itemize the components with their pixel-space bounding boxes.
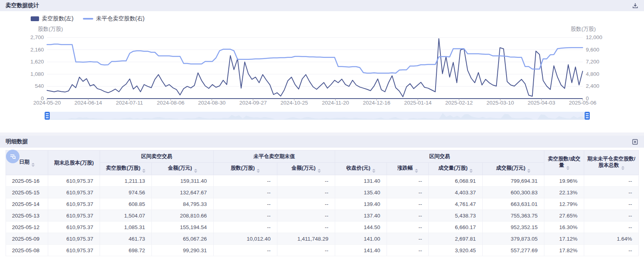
sort-caret-icon bbox=[372, 169, 375, 173]
column-header[interactable]: 收盘价(元) bbox=[335, 163, 387, 175]
sort-caret-icon bbox=[621, 166, 624, 170]
datazoom-slider[interactable] bbox=[46, 112, 588, 120]
datazoom-handle-left[interactable] bbox=[45, 112, 50, 120]
legend-swatch-square bbox=[31, 16, 39, 21]
table-cell: -- bbox=[387, 175, 429, 187]
table-cell: 974.56 bbox=[100, 187, 152, 198]
column-header[interactable]: 成交量(万股) bbox=[429, 163, 483, 175]
column-header[interactable]: 股数(万股) bbox=[214, 163, 277, 175]
sort-caret-icon bbox=[415, 169, 418, 173]
column-header[interactable]: 涨跌幅 bbox=[387, 163, 429, 175]
x-axis-tick: 2024-09-27 bbox=[232, 100, 274, 106]
datazoom-handle-right[interactable] bbox=[585, 112, 590, 120]
detail-table: 日期期末总股本(万股)区间卖空交易未平仓卖空期末值区间交易卖空股数/成交量期末未… bbox=[6, 150, 639, 256]
cell-date: 2025-05-14 bbox=[6, 198, 48, 210]
table-cell: -- bbox=[277, 198, 335, 210]
cell-date: 2025-05-15 bbox=[6, 187, 48, 198]
table-cell: -- bbox=[214, 175, 277, 187]
table-cell: -- bbox=[584, 210, 639, 221]
chart-region: 卖空股数(左) 未平仓卖空股数(右) 股数(万股) 股数(万股) 05401,0… bbox=[0, 11, 644, 132]
table-cell: 10,012.40 bbox=[214, 233, 277, 245]
table-cell: -- bbox=[584, 245, 639, 256]
table-cell: -- bbox=[214, 187, 277, 198]
cell-date: 2025-05-13 bbox=[6, 210, 48, 221]
legend-label: 卖空股数(左) bbox=[42, 15, 73, 22]
x-axis-tick: 2024-11-20 bbox=[315, 100, 356, 106]
table-cell: -- bbox=[584, 187, 639, 198]
table-cell: 698.72 bbox=[100, 245, 152, 256]
right-axis-tick: 9,600 bbox=[586, 47, 614, 53]
legend-item-open-short-shares[interactable]: 未平仓卖空股数(右) bbox=[83, 15, 144, 22]
download-icon[interactable] bbox=[632, 2, 638, 9]
table-cell: 379,873.05 bbox=[483, 233, 544, 245]
column-group-header: 未平仓卖空期末值 bbox=[214, 150, 335, 163]
short-selling-stats-panel: 卖空数据统计 卖空股数(左) 未平仓卖空股数(右) 股数(万股) 股数(万股) … bbox=[0, 0, 644, 132]
chart-panel-title: 卖空数据统计 bbox=[6, 2, 39, 9]
table-cell: 139.40 bbox=[335, 198, 387, 210]
column-header[interactable]: 卖空股数(万股) bbox=[100, 163, 152, 175]
table-cell: 131.40 bbox=[335, 175, 387, 187]
legend-item-short-shares[interactable]: 卖空股数(左) bbox=[31, 15, 73, 22]
left-axis-tick: 1,620 bbox=[0, 59, 44, 65]
right-axis-title: 股数(万股) bbox=[571, 26, 596, 33]
right-axis-tick: 4,800 bbox=[586, 71, 614, 77]
column-header[interactable]: 金额(万元) bbox=[277, 163, 335, 175]
x-axis-tick: 2025-03-10 bbox=[479, 100, 521, 106]
legend-swatch-line bbox=[83, 18, 93, 20]
column-header[interactable]: 成交额(万元) bbox=[483, 163, 544, 175]
left-axis-tick: 2,700 bbox=[0, 34, 44, 41]
table-cell: 84,795.33 bbox=[152, 198, 214, 210]
column-header[interactable]: 期末未平仓卖空股数/股本总数 bbox=[584, 150, 639, 175]
sort-caret-icon bbox=[318, 169, 321, 173]
right-axis-tick: 12,000 bbox=[586, 34, 614, 41]
export-excel-icon[interactable] bbox=[632, 138, 638, 145]
x-axis-tick: 2024-05-20 bbox=[26, 100, 68, 106]
table-cell: 1.64% bbox=[584, 233, 639, 245]
x-axis-tick: 2024-10-25 bbox=[273, 100, 315, 106]
table-cell: -- bbox=[277, 175, 335, 187]
detail-table-wrap: 日期期末总股本(万股)区间卖空交易未平仓卖空期末值区间交易卖空股数/成交量期末未… bbox=[0, 148, 644, 256]
right-axis-tick: 7,200 bbox=[586, 59, 614, 65]
table-cell: 141.00 bbox=[335, 233, 387, 245]
table-row[interactable]: 2025-05-14610,975.37608.8584,795.33----1… bbox=[6, 198, 639, 210]
table-cell: 3,920.45 bbox=[429, 245, 483, 256]
table-row[interactable]: 2025-05-16610,975.371,211.13159,311.40--… bbox=[6, 175, 639, 187]
table-row[interactable]: 2025-05-13610,975.371,504.07208,810.66--… bbox=[6, 210, 639, 221]
table-search-badge[interactable] bbox=[6, 150, 20, 163]
sort-caret-icon bbox=[194, 169, 197, 173]
left-axis-tick: 1,080 bbox=[0, 71, 44, 77]
sort-caret-icon bbox=[566, 166, 569, 170]
table-cell: 4,403.37 bbox=[429, 187, 483, 198]
table-cell: 610,975.37 bbox=[48, 198, 100, 210]
table-cell: -- bbox=[387, 187, 429, 198]
table-cell: 610,975.37 bbox=[48, 187, 100, 198]
table-cell: 608.85 bbox=[100, 198, 152, 210]
table-cell: 135.40 bbox=[335, 187, 387, 198]
table-cell: 155,194.54 bbox=[152, 221, 214, 233]
column-header[interactable]: 金额(万元) bbox=[152, 163, 214, 175]
column-header[interactable]: 卖空股数/成交量 bbox=[544, 150, 584, 175]
table-cell: -- bbox=[277, 245, 335, 256]
table-cell: -- bbox=[214, 221, 277, 233]
x-axis-tick: 2025-01-14 bbox=[397, 100, 438, 106]
legend-label: 未平仓卖空股数(右) bbox=[96, 15, 144, 22]
table-cell: 610,975.37 bbox=[48, 245, 100, 256]
x-axis-tick: 2024-08-30 bbox=[191, 100, 233, 106]
datazoom-preview bbox=[46, 112, 588, 120]
table-cell: 610,975.37 bbox=[48, 210, 100, 221]
table-row[interactable]: 2025-05-15610,975.37974.56132,647.67----… bbox=[6, 187, 639, 198]
table-row[interactable]: 2025-05-08610,975.37698.7299,290.31----1… bbox=[6, 245, 639, 256]
table-row[interactable]: 2025-05-12610,975.371,085.31155,194.54--… bbox=[6, 221, 639, 233]
table-cell: -- bbox=[277, 187, 335, 198]
table-cell: -- bbox=[277, 210, 335, 221]
x-axis-tick: 2024-07-11 bbox=[109, 100, 150, 106]
table-row[interactable]: 2025-05-09610,975.37461.7365,067.2610,01… bbox=[6, 233, 639, 245]
table-cell: 663,631.01 bbox=[483, 198, 544, 210]
x-axis-tick: 2025-02-12 bbox=[438, 100, 480, 106]
cell-date: 2025-05-16 bbox=[6, 175, 48, 187]
table-cell: 6,660.17 bbox=[429, 221, 483, 233]
panel-gap bbox=[0, 132, 644, 136]
table-cell: 600,300.83 bbox=[483, 187, 544, 198]
table-cell: 2,697.81 bbox=[429, 233, 483, 245]
table-cell: 4,761.47 bbox=[429, 198, 483, 210]
